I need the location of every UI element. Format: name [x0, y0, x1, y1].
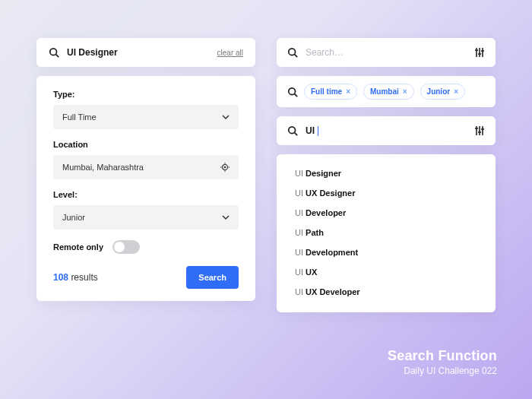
- search-bar-empty[interactable]: Search…: [277, 38, 496, 67]
- type-value: Full Time: [62, 112, 97, 122]
- location-value: Mumbai, Maharashtra: [62, 163, 144, 172]
- chevron-down-icon: [222, 214, 230, 221]
- search-button[interactable]: Search: [186, 266, 239, 289]
- close-icon[interactable]: ×: [346, 87, 350, 96]
- sliders-icon[interactable]: [474, 47, 485, 58]
- remote-only-label: Remote only: [53, 242, 103, 252]
- search-placeholder: Search…: [306, 47, 474, 58]
- svg-point-16: [289, 87, 296, 94]
- suggestion-item[interactable]: UI Path: [277, 223, 496, 242]
- credit-subtitle: Daily UI Challenge 022: [388, 366, 497, 376]
- svg-point-2: [223, 165, 228, 170]
- results-count: 108 results: [53, 272, 98, 283]
- svg-line-19: [295, 133, 298, 136]
- search-typed-value: UI: [306, 125, 474, 136]
- sliders-icon[interactable]: [474, 125, 485, 136]
- remote-only-toggle[interactable]: [112, 240, 140, 254]
- suggestion-item[interactable]: UI UX: [277, 262, 496, 282]
- type-select[interactable]: Full Time: [53, 105, 239, 129]
- locate-icon: [220, 163, 230, 172]
- close-icon[interactable]: ×: [403, 87, 407, 96]
- suggestion-item[interactable]: UI UX Developer: [277, 282, 496, 302]
- search-icon: [49, 47, 59, 58]
- svg-line-17: [295, 93, 298, 97]
- chevron-down-icon: [222, 113, 230, 121]
- svg-point-18: [289, 127, 296, 134]
- type-label: Type:: [53, 90, 239, 99]
- suggestion-item[interactable]: UI Designer: [277, 163, 496, 183]
- search-icon: [287, 125, 298, 136]
- svg-point-0: [50, 49, 57, 55]
- autocomplete-dropdown: UI DesignerUI UX DesignerUI DeveloperUI …: [277, 154, 496, 312]
- search-bar-with-chips[interactable]: Full time×Mumbai×Junior×: [277, 76, 496, 107]
- page-credit: Search Function Daily UI Challenge 022: [388, 348, 497, 376]
- suggestion-item[interactable]: UI Development: [277, 242, 496, 262]
- search-icon: [287, 87, 298, 97]
- search-bar-filled[interactable]: UI Designer clear all: [36, 38, 255, 67]
- credit-title: Search Function: [388, 348, 497, 364]
- text-cursor: [318, 126, 318, 136]
- clear-all-link[interactable]: clear all: [217, 49, 243, 57]
- svg-line-1: [56, 55, 59, 58]
- search-bar-typing[interactable]: UI: [277, 116, 496, 145]
- svg-point-8: [289, 49, 296, 55]
- level-label: Level:: [53, 190, 239, 199]
- filter-panel: Type: Full Time Location Mumbai, Maharas…: [36, 76, 255, 301]
- chip-label: Junior: [427, 87, 451, 96]
- suggestion-item[interactable]: UI UX Designer: [277, 183, 496, 203]
- location-input[interactable]: Mumbai, Maharashtra: [53, 155, 239, 179]
- suggestion-item[interactable]: UI Developer: [277, 203, 496, 223]
- close-icon[interactable]: ×: [454, 87, 458, 96]
- search-icon: [287, 47, 298, 58]
- level-value: Junior: [62, 213, 85, 222]
- filter-chip[interactable]: Mumbai×: [363, 84, 414, 100]
- location-label: Location: [53, 140, 239, 149]
- filter-chip[interactable]: Full time×: [304, 84, 357, 100]
- svg-point-3: [224, 166, 226, 168]
- chip-label: Mumbai: [370, 87, 399, 96]
- search-query: UI Designer: [67, 47, 217, 58]
- filter-chip[interactable]: Junior×: [420, 84, 465, 100]
- svg-line-9: [295, 55, 298, 58]
- level-select[interactable]: Junior: [53, 205, 239, 230]
- chip-label: Full time: [311, 87, 342, 96]
